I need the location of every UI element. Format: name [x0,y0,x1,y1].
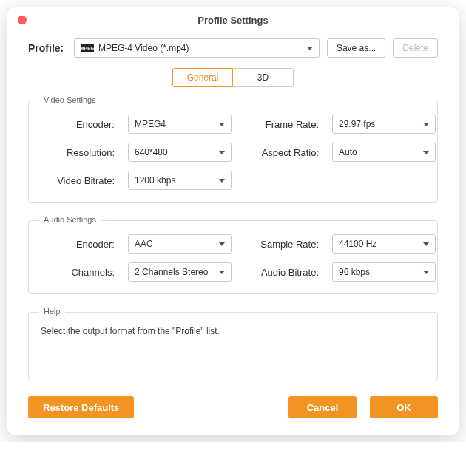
video-bitrate-select[interactable]: 1200 kbps [128,171,232,190]
video-settings-fieldset: Video Settings Encoder: MPEG4 Frame Rate… [28,101,438,203]
help-fieldset: Help Select the output format from the "… [28,312,438,381]
tab-3d[interactable]: 3D [233,68,294,87]
video-encoder-select[interactable]: MPEG4 [128,115,232,134]
aspect-ratio-label: Aspect Ratio: [245,147,319,158]
help-legend: Help [39,307,65,316]
profile-select[interactable]: MPEG MPEG-4 Video (*.mp4) [74,38,320,58]
profile-settings-window: Profile Settings Profile: MPEG MPEG-4 Vi… [7,7,459,435]
titlebar: Profile Settings [7,7,459,33]
delete-button: Delete [393,38,438,58]
audio-bitrate-select[interactable]: 96 kbps [332,262,436,282]
chevron-down-icon [307,47,313,50]
restore-defaults-button[interactable]: Restore Defaults [28,396,134,418]
tabs: General 3D [28,68,438,87]
ok-button[interactable]: OK [370,396,438,418]
sample-rate-label: Sample Rate: [245,239,319,250]
channels-select[interactable]: 2 Channels Stereo [128,262,232,282]
video-bitrate-label: Video Bitrate: [41,175,115,186]
aspect-ratio-select[interactable]: Auto [332,143,436,162]
profile-label: Profile: [28,42,67,54]
chevron-down-icon [423,151,429,154]
frame-rate-select[interactable]: 29.97 fps [332,115,436,134]
chevron-down-icon [219,242,225,246]
cancel-button[interactable]: Cancel [288,396,357,418]
video-settings-legend: Video Settings [39,95,101,104]
chevron-down-icon [219,123,225,126]
footer: Restore Defaults Cancel OK [28,396,438,418]
chevron-down-icon [219,271,225,274]
window-title: Profile Settings [7,15,459,26]
mpeg-icon: MPEG [81,44,94,52]
audio-encoder-select[interactable]: AAC [128,234,232,254]
frame-rate-label: Frame Rate: [245,119,319,130]
resolution-select[interactable]: 640*480 [128,143,232,162]
resolution-label: Resolution: [41,147,115,158]
profile-value: MPEG-4 Video (*.mp4) [98,43,303,53]
audio-encoder-label: Encoder: [41,239,115,250]
chevron-down-icon [219,179,225,183]
chevron-down-icon [423,123,429,126]
chevron-down-icon [423,242,429,246]
sample-rate-select[interactable]: 44100 Hz [332,234,436,254]
chevron-down-icon [219,151,225,154]
audio-settings-legend: Audio Settings [39,215,101,224]
channels-label: Channels: [41,267,115,278]
chevron-down-icon [423,271,429,274]
tab-general[interactable]: General [172,68,233,87]
audio-settings-fieldset: Audio Settings Encoder: AAC Sample Rate:… [28,220,438,294]
audio-bitrate-label: Audio Bitrate: [245,267,319,278]
profile-row: Profile: MPEG MPEG-4 Video (*.mp4) Save … [28,38,438,58]
video-encoder-label: Encoder: [41,119,115,130]
help-text: Select the output format from the "Profi… [41,326,425,336]
save-as-button[interactable]: Save as... [327,38,385,58]
